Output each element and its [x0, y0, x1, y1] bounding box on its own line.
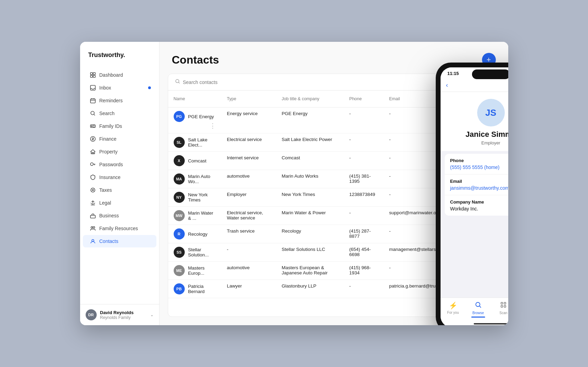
sidebar-item-label: Dashboard — [99, 72, 123, 78]
col-type: Type — [221, 91, 276, 107]
phone-nav: ‹ Edit — [441, 78, 508, 92]
contact-name: Masters Europ... — [188, 265, 216, 276]
inbox-badge — [148, 86, 151, 89]
more-options-icon[interactable]: ⋮ — [210, 122, 216, 130]
contact-name-cell: SS Stellar Solution... — [168, 243, 222, 262]
contact-type: Electrical service — [221, 133, 276, 152]
sidebar-item-label: Taxes — [99, 187, 112, 193]
phone-detail-section: Phone (555) 555 5555 (home) Email jansim… — [445, 154, 508, 216]
sidebar-item-insurance[interactable]: Insurance — [83, 171, 156, 184]
email-detail-row: Email jansimms@trustworthy.com — [445, 175, 508, 195]
contact-company: Recology — [276, 225, 344, 243]
contact-phone: (654) 454-6698 — [344, 243, 384, 262]
contact-avatar: JS — [477, 99, 505, 126]
contact-type: Employer — [221, 188, 276, 207]
svg-point-15 — [93, 227, 95, 228]
sidebar-item-label: Business — [99, 213, 119, 218]
sidebar-item-reminders[interactable]: Reminders — [83, 94, 156, 107]
contact-full-name: Janice Simms — [465, 130, 508, 139]
contact-company: PGE Energy — [276, 107, 344, 133]
svg-rect-13 — [90, 215, 95, 218]
user-name: David Reynolds — [100, 310, 147, 315]
contact-logo: MW — [174, 210, 185, 221]
sidebar-item-family-ids[interactable]: Family IDs — [83, 120, 156, 132]
inbox-icon — [90, 85, 96, 91]
email-value[interactable]: jansimms@trustworthy.com — [450, 185, 508, 191]
contact-logo: NY — [174, 192, 185, 203]
sidebar-item-inbox[interactable]: Inbox — [83, 82, 156, 94]
sidebar-item-contacts[interactable]: Contacts — [83, 235, 156, 247]
sidebar-item-taxes[interactable]: Taxes — [83, 184, 156, 196]
sidebar-item-label: Passwords — [99, 162, 123, 167]
col-phone: Phone — [344, 91, 384, 107]
phone-frame: 11:15 ‹ Edit JS Janice Simms — [436, 63, 508, 325]
svg-rect-5 — [90, 99, 95, 103]
tab-for-you-label: For you — [447, 311, 459, 314]
svg-rect-2 — [90, 75, 93, 77]
svg-point-17 — [175, 79, 179, 83]
sidebar-item-finance[interactable]: Finance — [83, 133, 156, 145]
sidebar-item-search[interactable]: Search — [83, 107, 156, 120]
contact-phone: - — [344, 207, 384, 225]
contact-phone: - — [344, 152, 384, 170]
contact-name: Recology — [188, 232, 208, 237]
phone-tabs: ⚡ For you Browse — [441, 298, 508, 320]
sidebar-item-legal[interactable]: Legal — [83, 197, 156, 209]
finance-icon — [90, 136, 96, 142]
tab-for-you[interactable]: ⚡ For you — [441, 300, 466, 319]
family-icon — [90, 225, 96, 232]
svg-rect-29 — [504, 305, 506, 307]
contact-name: Stellar Solution... — [188, 247, 216, 257]
contact-name-cell: SL Salt Lake Elect... — [168, 133, 222, 152]
company-detail-row: Company Name Workday Inc. — [445, 195, 508, 216]
sidebar-item-label: Reminders — [99, 98, 123, 103]
contact-company: Stellar Solutions LLC — [276, 243, 344, 262]
back-button[interactable]: ‹ — [446, 82, 448, 89]
sidebar-item-dashboard[interactable]: Dashboard — [83, 69, 156, 81]
contact-company: Masters European & Japanese Auto Repair — [276, 262, 344, 280]
svg-point-14 — [91, 227, 93, 228]
sidebar-user[interactable]: DR David Reynolds Reynolds Family ⌄ — [80, 304, 159, 325]
contact-name-cell: X Comcast — [168, 152, 222, 170]
contact-type: Internet service — [221, 152, 276, 170]
sidebar-item-label: Family IDs — [99, 123, 122, 129]
phone-screen: 11:15 ‹ Edit JS Janice Simms — [441, 67, 508, 325]
svg-point-11 — [90, 163, 93, 166]
sidebar-item-family-resources[interactable]: Family Resources — [83, 222, 156, 235]
contact-name: Marin Water & ... — [188, 210, 216, 221]
sidebar-item-property[interactable]: Property — [83, 145, 156, 158]
tab-scan-label: Scan — [500, 311, 508, 315]
contact-logo: R — [174, 228, 185, 239]
contact-name-cell: PG PGE Energy ⋮ — [168, 107, 222, 133]
svg-rect-26 — [501, 302, 503, 304]
contact-phone: - — [344, 107, 384, 133]
contact-company: Marin Water & Power — [276, 207, 344, 225]
grid-icon — [90, 72, 96, 78]
contact-name-cell: ME Masters Europ... — [168, 262, 222, 280]
app-window: Trustworthy. Dashboard — [80, 42, 508, 325]
key-icon — [90, 161, 96, 168]
business-icon — [90, 213, 96, 219]
contact-name: New York Times — [188, 192, 216, 203]
contact-type: Lawyer — [221, 280, 276, 298]
sidebar-item-business[interactable]: Business — [83, 209, 156, 222]
page-title: Contacts — [172, 54, 219, 66]
sidebar-item-passwords[interactable]: Passwords — [83, 158, 156, 171]
contact-name-cell: MA Marin Auto Wo... — [168, 170, 222, 188]
phone-value[interactable]: (555) 555 5555 (home) — [450, 164, 508, 170]
home-icon — [90, 149, 96, 155]
avatar: DR — [86, 309, 97, 320]
svg-rect-10 — [92, 152, 94, 154]
sidebar-item-label: Search — [99, 111, 115, 116]
sidebar-item-label: Insurance — [99, 175, 121, 180]
contact-detail: JS Janice Simms Employer — [441, 92, 508, 151]
contact-logo: PB — [174, 283, 185, 294]
chevron-down-icon: ⌄ — [150, 312, 154, 317]
sidebar-item-label: Finance — [99, 136, 117, 142]
contact-role: Employer — [481, 140, 500, 145]
tab-scan[interactable]: Scan — [491, 300, 508, 319]
svg-rect-4 — [90, 85, 95, 90]
legal-icon — [90, 200, 96, 206]
contact-type: Trash service — [221, 225, 276, 243]
tab-browse[interactable]: Browse — [466, 300, 491, 319]
